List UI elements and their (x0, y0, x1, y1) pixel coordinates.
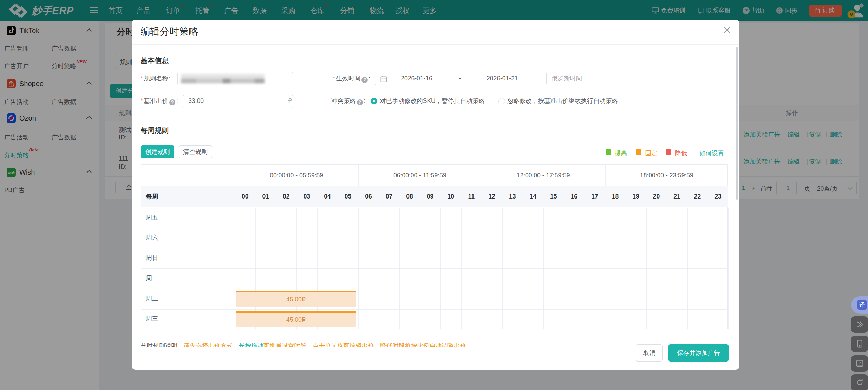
svg-text:?: ? (859, 361, 861, 365)
